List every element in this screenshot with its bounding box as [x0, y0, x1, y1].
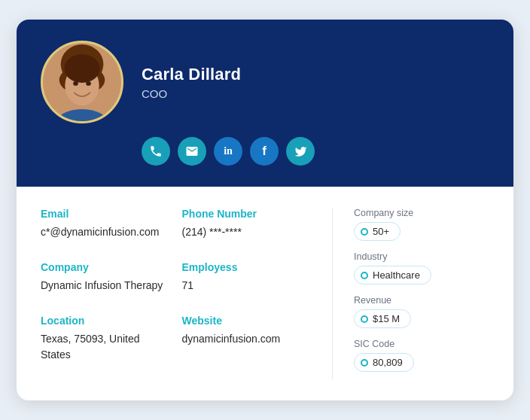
company-value: Dynamic Infusion Therapy	[41, 278, 170, 294]
email-button[interactable]	[178, 137, 206, 166]
bottom-row: Location Texas, 75093, United States Web…	[41, 315, 311, 379]
company-size-block: Company size 50+	[354, 208, 489, 241]
industry-label: Industry	[354, 251, 489, 262]
svg-point-7	[64, 54, 99, 83]
card-header: Carla Dillard COO in f	[17, 20, 513, 187]
phone-label: Phone Number	[182, 208, 312, 220]
email-block: Email c*@dynamicinfusion.com	[41, 208, 176, 261]
sic-block: SIC Code 80,809	[354, 339, 489, 372]
employees-block: Employess 71	[176, 261, 312, 315]
twitter-button[interactable]	[286, 137, 315, 166]
social-icons-row: in f	[142, 137, 315, 166]
middle-row: Company Dynamic Infusion Therapy Employe…	[41, 261, 311, 315]
vertical-divider	[332, 208, 333, 379]
revenue-block: Revenue $15 M	[354, 295, 489, 328]
pill-dot-revenue	[361, 315, 368, 323]
website-label: Website	[182, 315, 312, 327]
facebook-button[interactable]: f	[250, 137, 279, 166]
sic-value: 80,809	[373, 357, 403, 368]
company-size-label: Company size	[354, 208, 489, 218]
profile-card: Carla Dillard COO in f	[17, 20, 513, 400]
industry-value: Healthcare	[373, 269, 420, 281]
left-section: Email c*@dynamicinfusion.com Phone Numbe…	[41, 208, 311, 379]
employees-label: Employess	[182, 261, 312, 273]
phone-block: Phone Number (214) ***-****	[176, 208, 312, 261]
card-body: Email c*@dynamicinfusion.com Phone Numbe…	[17, 187, 513, 400]
email-value: c*@dynamicinfusion.com	[41, 224, 170, 240]
email-label: Email	[41, 208, 170, 220]
location-value: Texas, 75093, United States	[41, 331, 170, 363]
industry-pill[interactable]: Healthcare	[354, 266, 431, 285]
company-block: Company Dynamic Infusion Therapy	[41, 261, 176, 315]
linkedin-button[interactable]: in	[214, 137, 242, 166]
phone-button[interactable]	[142, 137, 170, 166]
website-value: dynamicinfusion.com	[182, 331, 312, 347]
pill-dot-sic	[361, 359, 368, 367]
person-name: Carla Dillard	[142, 65, 241, 84]
company-size-pill[interactable]: 50+	[354, 222, 401, 241]
phone-value: (214) ***-****	[182, 224, 312, 240]
top-row: Email c*@dynamicinfusion.com Phone Numbe…	[41, 208, 311, 261]
company-size-value: 50+	[373, 226, 389, 237]
pill-dot-size	[361, 228, 368, 236]
revenue-label: Revenue	[354, 295, 489, 306]
location-label: Location	[41, 315, 170, 327]
employees-value: 71	[182, 278, 312, 294]
industry-block: Industry Healthcare	[354, 251, 489, 285]
revenue-pill[interactable]: $15 M	[354, 309, 411, 328]
person-title: COO	[142, 87, 241, 100]
company-label: Company	[41, 261, 170, 273]
right-sidebar: Company size 50+ Industry Healthcare Rev…	[354, 208, 489, 379]
avatar	[41, 41, 123, 123]
name-block: Carla Dillard COO	[142, 65, 241, 100]
website-block: Website dynamicinfusion.com	[176, 315, 312, 379]
header-top: Carla Dillard COO	[41, 41, 489, 123]
avatar-image	[43, 41, 121, 123]
pill-dot-industry	[361, 272, 368, 279]
location-block: Location Texas, 75093, United States	[41, 315, 176, 379]
revenue-value: $15 M	[373, 313, 400, 324]
sic-label: SIC Code	[354, 339, 489, 349]
sic-pill[interactable]: 80,809	[354, 353, 414, 372]
